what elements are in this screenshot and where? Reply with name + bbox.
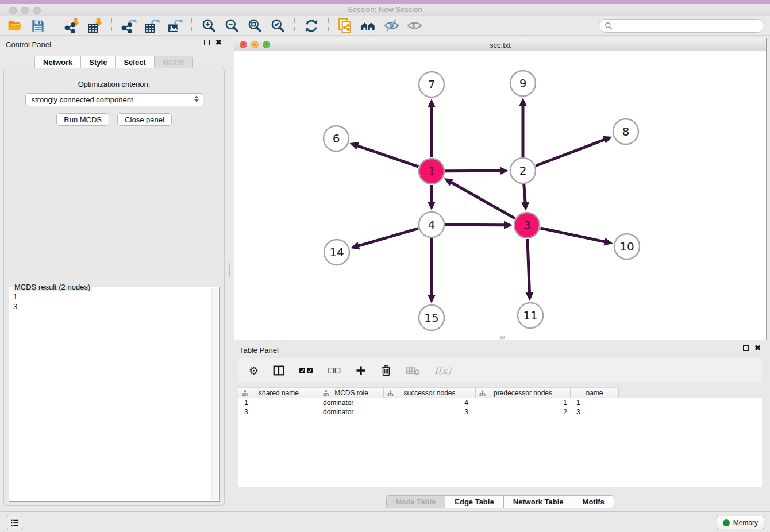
table-cell[interactable]: 3 xyxy=(238,407,319,417)
import-network-icon[interactable] xyxy=(63,17,81,34)
canvas-grip-icon[interactable] xyxy=(500,336,505,339)
tab-network[interactable]: Network xyxy=(34,56,81,69)
select-all-checkboxes-icon[interactable] xyxy=(299,366,314,375)
graph-edge-2-9[interactable] xyxy=(519,98,527,157)
show-columns-icon[interactable] xyxy=(272,364,285,377)
export-table-icon[interactable] xyxy=(143,17,161,34)
zoom-fit-icon[interactable] xyxy=(245,17,264,34)
graph-node-14[interactable]: 14 xyxy=(324,240,349,265)
graph-edge-2-8[interactable] xyxy=(536,136,612,166)
graph-node-10[interactable]: 10 xyxy=(614,234,640,259)
graph-edge-4-14[interactable] xyxy=(351,229,418,250)
result-scrollbar[interactable] xyxy=(211,288,218,500)
delete-row-icon[interactable] xyxy=(380,364,392,377)
open-session-icon[interactable] xyxy=(6,17,24,34)
graph-node-15[interactable]: 15 xyxy=(419,305,444,330)
tab-motifs[interactable]: Motifs xyxy=(573,495,614,508)
save-session-icon[interactable] xyxy=(29,17,47,34)
table-cell[interactable]: 4 xyxy=(384,398,476,407)
network-canvas[interactable]: 7968124314101511 xyxy=(234,51,766,340)
table-cell[interactable]: 3 xyxy=(571,407,619,417)
menubar-accent-strip xyxy=(0,0,770,4)
zoom-selected-icon[interactable] xyxy=(268,17,287,34)
table-cell[interactable]: 2 xyxy=(476,407,571,417)
graph-node-1[interactable]: 1 xyxy=(419,159,444,184)
add-row-icon[interactable] xyxy=(355,365,367,376)
graph-node-11[interactable]: 11 xyxy=(518,303,543,328)
tab-edge-table[interactable]: Edge Table xyxy=(445,495,503,508)
graph-edge-3-10[interactable] xyxy=(540,228,613,246)
export-network-icon[interactable] xyxy=(120,17,138,34)
search-field[interactable] xyxy=(599,19,764,33)
first-neighbors-icon[interactable] xyxy=(359,17,378,34)
export-image-icon[interactable] xyxy=(165,17,184,34)
column-header-predecessor-nodes[interactable]: predecessor nodes xyxy=(476,387,571,398)
graph-edge-3-11[interactable] xyxy=(525,239,533,301)
table-toolbar: ⚙ f(x) xyxy=(238,358,762,383)
close-panel-button[interactable]: Close panel xyxy=(117,113,172,126)
zoom-in-icon[interactable] xyxy=(199,17,218,34)
run-mcds-button[interactable]: Run MCDS xyxy=(56,113,109,126)
mcds-result-text[interactable]: 1 3 xyxy=(10,292,211,500)
graph-edge-1-4[interactable] xyxy=(428,185,436,210)
optimization-criterion-select[interactable]: strongly connected component xyxy=(25,93,203,106)
refresh-layout-icon[interactable] xyxy=(302,17,321,34)
float-panel-icon[interactable] xyxy=(204,40,210,45)
toolbar-separator xyxy=(191,18,192,33)
table-cell[interactable]: dominator xyxy=(319,407,384,417)
control-panel: Control Panel ✖ NetworkStyleSelectMCDS O… xyxy=(0,36,228,511)
tab-network-table[interactable]: Network Table xyxy=(504,495,573,508)
zoom-out-icon[interactable] xyxy=(222,17,241,34)
graph-edge-1-7[interactable] xyxy=(428,99,436,157)
panel-splitter[interactable] xyxy=(228,36,234,511)
graph-node-3[interactable]: 3 xyxy=(514,213,540,238)
table-row[interactable]: 1dominator411 xyxy=(238,398,762,407)
graph-node-4[interactable]: 4 xyxy=(419,212,444,237)
tab-mcds[interactable]: MCDS xyxy=(155,56,193,69)
table-cell[interactable]: dominator xyxy=(319,398,384,407)
deselect-all-checkboxes-icon[interactable] xyxy=(328,367,341,375)
task-history-button[interactable] xyxy=(7,516,22,529)
column-header-mcds-role[interactable]: MCDS role xyxy=(319,387,384,398)
graph-edge-4-15[interactable] xyxy=(428,238,436,303)
tab-node-table[interactable]: Node Table xyxy=(386,495,445,508)
show-graphics-details-icon[interactable] xyxy=(405,17,424,34)
graph-node-9[interactable]: 9 xyxy=(510,71,536,96)
hide-graphics-details-icon[interactable] xyxy=(382,17,401,34)
hierarchy-icon xyxy=(242,390,248,396)
optimization-criterion-value: strongly connected component xyxy=(32,95,133,104)
graph-edge-1-6[interactable] xyxy=(350,142,419,167)
toolbar-separator xyxy=(294,18,295,33)
tab-style[interactable]: Style xyxy=(81,56,116,69)
table-options-icon[interactable]: ⚙ xyxy=(249,365,259,376)
table-cell[interactable]: 3 xyxy=(384,407,476,417)
table-cell[interactable]: 1 xyxy=(571,398,619,407)
close-table-panel-icon[interactable]: ✖ xyxy=(754,345,761,351)
import-table-icon[interactable] xyxy=(86,17,104,34)
new-network-from-selection-icon[interactable] xyxy=(336,17,355,34)
search-input[interactable] xyxy=(616,21,759,30)
table-cell[interactable]: 1 xyxy=(476,398,571,407)
graph-edge-1-2[interactable] xyxy=(445,167,509,175)
column-header-name[interactable]: name xyxy=(571,387,619,398)
svg-text:14: 14 xyxy=(329,245,344,259)
table-cell[interactable]: 1 xyxy=(238,398,319,407)
hierarchy-icon xyxy=(323,390,329,396)
close-panel-icon[interactable]: ✖ xyxy=(215,40,222,45)
hierarchy-icon xyxy=(387,390,394,396)
graph-edge-4-3[interactable] xyxy=(445,221,513,229)
graph-edge-3-1[interactable] xyxy=(444,178,515,218)
graph-edge-2-3[interactable] xyxy=(521,184,529,211)
column-header-successor-nodes[interactable]: successor nodes xyxy=(384,387,476,398)
splitter-grip[interactable] xyxy=(229,263,232,277)
graph-node-8[interactable]: 8 xyxy=(613,119,638,144)
table-row[interactable]: 3dominator323 xyxy=(238,407,762,417)
column-header-shared-name[interactable]: shared name xyxy=(238,387,319,398)
network-window-titlebar[interactable]: × − + scc.txt xyxy=(234,38,766,51)
float-table-panel-icon[interactable] xyxy=(743,345,749,351)
memory-button[interactable]: Memory xyxy=(717,516,764,529)
graph-node-2[interactable]: 2 xyxy=(510,158,536,183)
tab-select[interactable]: Select xyxy=(116,56,154,69)
graph-node-7[interactable]: 7 xyxy=(419,72,444,97)
graph-node-6[interactable]: 6 xyxy=(324,126,349,151)
